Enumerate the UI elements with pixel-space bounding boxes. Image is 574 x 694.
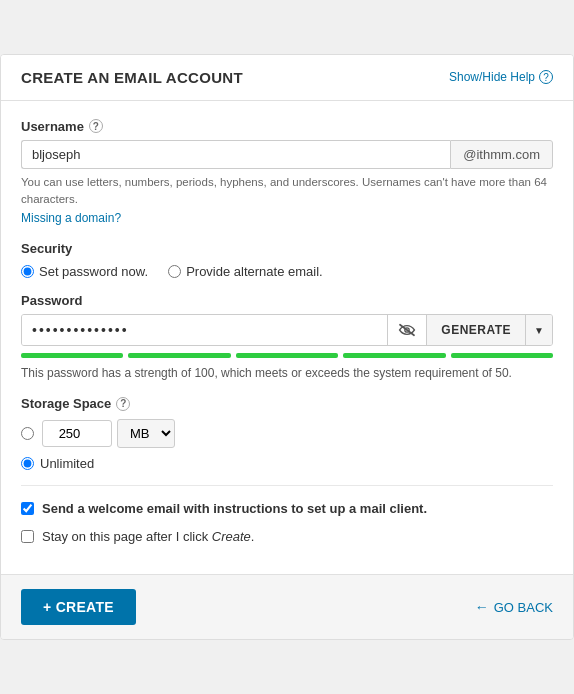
password-strength-text: This password has a strength of 100, whi…: [21, 364, 553, 382]
create-email-account-form: CREATE AN EMAIL ACCOUNT Show/Hide Help ?…: [0, 54, 574, 641]
storage-input-group: MB GB: [42, 419, 175, 448]
strength-bar-2: [128, 353, 230, 358]
help-circle-icon: ?: [539, 70, 553, 84]
stay-on-page-post-text: .: [251, 529, 255, 544]
security-option-password-label: Set password now.: [39, 264, 148, 279]
welcome-email-label[interactable]: Send a welcome email with instructions t…: [42, 500, 427, 518]
stay-on-page-label[interactable]: Stay on this page after I click Create.: [42, 528, 254, 546]
storage-radio-custom[interactable]: [21, 427, 34, 440]
eye-slash-icon: [398, 323, 416, 337]
username-field-group: Username ? @ithmm.com You can use letter…: [21, 119, 553, 226]
password-row: GENERATE ▼: [21, 314, 553, 346]
username-label: Username ?: [21, 119, 553, 134]
arrow-left-icon: ←: [475, 599, 489, 615]
domain-badge: @ithmm.com: [450, 140, 553, 169]
security-label: Security: [21, 241, 553, 256]
username-input[interactable]: [21, 140, 450, 169]
welcome-email-label-text: Send a welcome email with instructions t…: [42, 501, 427, 516]
username-hint: You can use letters, numbers, periods, h…: [21, 174, 553, 209]
storage-label: Storage Space ?: [21, 396, 553, 411]
toggle-password-visibility-button[interactable]: [387, 315, 426, 345]
show-hide-help-text: Show/Hide Help: [449, 70, 535, 84]
form-header: CREATE AN EMAIL ACCOUNT Show/Hide Help ?: [1, 55, 573, 101]
storage-info-icon[interactable]: ?: [116, 397, 130, 411]
generate-password-dropdown-button[interactable]: ▼: [525, 315, 552, 345]
section-divider: [21, 485, 553, 486]
strength-bar-1: [21, 353, 123, 358]
security-radio-group: Set password now. Provide alternate emai…: [21, 264, 553, 279]
missing-domain-link[interactable]: Missing a domain?: [21, 211, 553, 225]
stay-on-page-checkbox-row: Stay on this page after I click Create.: [21, 528, 553, 546]
go-back-label: GO BACK: [494, 600, 553, 615]
go-back-link[interactable]: ← GO BACK: [475, 599, 553, 615]
storage-options: MB GB Unlimited: [21, 419, 553, 471]
password-strength-bars: [21, 353, 553, 358]
strength-bar-3: [236, 353, 338, 358]
form-title: CREATE AN EMAIL ACCOUNT: [21, 69, 243, 86]
storage-radio-unlimited[interactable]: [21, 457, 34, 470]
generate-password-button[interactable]: GENERATE: [426, 315, 525, 345]
storage-number-input[interactable]: [42, 420, 112, 447]
strength-bar-5: [451, 353, 553, 358]
storage-section: Storage Space ? MB GB Unlimite: [21, 396, 553, 471]
storage-unlimited-label[interactable]: Unlimited: [40, 456, 94, 471]
storage-custom-row: MB GB: [21, 419, 553, 448]
strength-bar-4: [343, 353, 445, 358]
chevron-down-icon: ▼: [534, 325, 544, 336]
storage-unit-select[interactable]: MB GB: [117, 419, 175, 448]
stay-on-page-pre-text: Stay on this page after I click: [42, 529, 212, 544]
show-hide-help-link[interactable]: Show/Hide Help ?: [449, 70, 553, 84]
username-info-icon[interactable]: ?: [89, 119, 103, 133]
security-radio-email[interactable]: [168, 265, 181, 278]
security-section: Security Set password now. Provide alter…: [21, 241, 553, 279]
stay-on-page-italic-text: Create: [212, 529, 251, 544]
welcome-email-checkbox-row: Send a welcome email with instructions t…: [21, 500, 553, 518]
password-input[interactable]: [22, 315, 387, 345]
security-option-password[interactable]: Set password now.: [21, 264, 148, 279]
welcome-email-checkbox[interactable]: [21, 502, 34, 515]
password-label: Password: [21, 293, 553, 308]
security-option-email-label: Provide alternate email.: [186, 264, 323, 279]
form-content: Username ? @ithmm.com You can use letter…: [1, 101, 573, 575]
stay-on-page-checkbox[interactable]: [21, 530, 34, 543]
security-option-email[interactable]: Provide alternate email.: [168, 264, 323, 279]
security-radio-password[interactable]: [21, 265, 34, 278]
username-row: @ithmm.com: [21, 140, 553, 169]
create-button[interactable]: + CREATE: [21, 589, 136, 625]
form-footer: + CREATE ← GO BACK: [1, 574, 573, 639]
password-section: Password GENERATE ▼: [21, 293, 553, 382]
storage-unlimited-row: Unlimited: [21, 456, 553, 471]
